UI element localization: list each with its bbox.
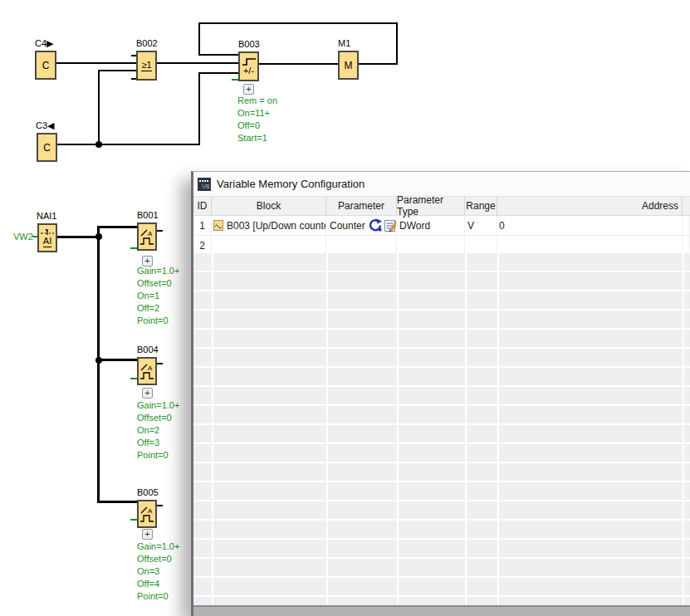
column-header-address[interactable]: Address — [497, 197, 683, 215]
param-line: Off=3 — [137, 437, 179, 449]
cell-spacer — [683, 216, 690, 235]
b003-parameter-text: Rem = on On=11+ Off=0 Start=1 — [237, 95, 277, 144]
logo-app-icon: VB — [198, 178, 211, 191]
param-line: Offset=0 — [137, 277, 179, 290]
block-b005-analog-threshold[interactable]: A — [137, 500, 157, 528]
updown-glyph: +/- — [243, 66, 254, 76]
param-line: On=3 — [137, 565, 179, 578]
cell-parameter[interactable] — [326, 236, 397, 255]
param-line: Offset=0 — [137, 553, 179, 565]
block-glyph: C — [43, 143, 51, 153]
block-c4-counter[interactable]: C — [35, 51, 56, 80]
cell-range[interactable] — [465, 236, 497, 255]
analog-slope-icon: A — [140, 506, 154, 514]
dialog-title-bar[interactable]: VB Variable Memory Configuration — [193, 172, 690, 197]
wire-nai1-out — [57, 236, 98, 238]
svg-text:A: A — [148, 230, 153, 237]
cell-address[interactable] — [497, 236, 683, 255]
column-header-spacer — [683, 197, 690, 215]
stub-b004-out — [157, 363, 163, 364]
block-thumbnail-icon — [213, 220, 223, 231]
param-line: Off=0 — [237, 120, 277, 132]
junction-dot — [95, 357, 102, 364]
wire-feedback-top — [198, 22, 398, 24]
column-header-id[interactable]: ID — [193, 197, 212, 215]
block-b003-updown-counter[interactable]: +/- — [238, 51, 259, 81]
column-header-parameter[interactable]: Parameter — [326, 197, 397, 215]
block-b002-or[interactable]: ≥1 — [136, 51, 157, 81]
wire-into-b004 — [98, 359, 137, 361]
param-line: On=1 — [137, 290, 179, 302]
block-m1-flag[interactable]: M — [338, 51, 359, 80]
expand-params-button-b005[interactable]: + — [142, 529, 153, 540]
cell-parameter-type[interactable]: DWord — [397, 216, 465, 235]
wire-feedback-drop — [198, 22, 200, 56]
wire-into-b003 — [198, 72, 238, 74]
stub-b001-par — [130, 247, 137, 249]
label-b005: B005 — [137, 488, 159, 497]
cell-block[interactable] — [212, 236, 326, 255]
column-grid-line — [212, 253, 213, 605]
param-line: Point=0 — [137, 449, 179, 462]
column-header-range[interactable]: Range — [465, 197, 497, 215]
label-b003: B003 — [238, 40, 260, 49]
svg-text:A: A — [148, 364, 153, 371]
cell-block[interactable]: B003 [Up/Down counter] — [212, 216, 326, 235]
label-c3: C3◀ — [36, 121, 55, 130]
stub-b001-out — [157, 230, 163, 232]
junction-dot — [95, 233, 102, 240]
param-line: Point=0 — [137, 315, 179, 327]
stub-b004-par — [130, 378, 137, 379]
column-header-parameter-type[interactable]: Parameter Type — [397, 197, 465, 215]
cell-parameter[interactable]: Counter — [326, 216, 397, 235]
table-header: ID Block Parameter Parameter Type Range … — [193, 197, 690, 216]
column-grid-line — [465, 253, 467, 605]
dialog-bottom-border — [193, 605, 690, 616]
wire-into-b002 — [98, 70, 136, 71]
block-b001-analog-threshold[interactable]: A — [137, 222, 157, 251]
edit-parameter-icon[interactable] — [384, 219, 397, 232]
block-nai1-network-analog-input[interactable]: AI — [37, 223, 57, 252]
pulse-icon — [139, 372, 154, 379]
counter-step-icon — [242, 57, 257, 66]
expand-params-button-b003[interactable]: + — [243, 84, 254, 95]
cyclic-refresh-icon[interactable] — [368, 218, 383, 232]
column-grid-line — [683, 253, 684, 605]
logo-soft-comfort-canvas: C4▶ B002 B003 M1 C3◀ NAI1 B001 B004 B005… — [0, 0, 690, 616]
param-line: On=11+ — [237, 107, 277, 120]
svg-text:VB: VB — [202, 183, 210, 189]
block-c3-counter[interactable]: C — [37, 133, 57, 162]
wire-into-b005 — [98, 501, 137, 503]
param-line: Rem = on — [237, 95, 277, 107]
network-input-icon — [40, 228, 55, 236]
table-row[interactable]: 1 B003 [Up/Down counter] Counter — [193, 216, 690, 236]
label-nai1: NAI1 — [37, 212, 56, 221]
cell-id[interactable]: 1 — [193, 216, 212, 235]
analog-slope-icon: A — [140, 364, 154, 371]
cell-block-text: B003 [Up/Down counter] — [227, 220, 326, 232]
expand-params-button-b004[interactable]: + — [142, 388, 153, 398]
wire-c4-to-b002 — [56, 62, 136, 64]
cell-address[interactable]: 0 — [497, 216, 683, 235]
column-header-block[interactable]: Block — [212, 197, 326, 215]
label-b001: B001 — [137, 211, 159, 220]
analog-input-glyph: AI — [43, 237, 51, 247]
junction-dot — [95, 141, 102, 148]
param-line: Point=0 — [137, 590, 179, 603]
or-gate-glyph: ≥1 — [141, 61, 151, 71]
cell-range[interactable]: V — [465, 216, 497, 235]
cell-id[interactable]: 2 — [193, 236, 212, 255]
label-c4: C4▶ — [35, 39, 54, 48]
label-b002: B002 — [136, 39, 158, 48]
block-b004-analog-threshold[interactable]: A — [137, 357, 157, 385]
nai1-address: VW2 — [13, 232, 33, 242]
wire-c3-out — [57, 144, 199, 145]
b004-parameter-text: Gain=1.0+ Offset=0 On=2 Off=3 Point=0 — [137, 399, 179, 462]
wire-m1-out — [359, 63, 398, 65]
analog-slope-icon: A — [140, 229, 154, 237]
stub-b003-par — [232, 79, 238, 81]
empty-table-rows — [193, 253, 690, 605]
param-line: Off=4 — [137, 578, 179, 590]
wire-c3-riser-b002 — [98, 70, 100, 145]
cell-parameter-type[interactable] — [397, 236, 465, 255]
